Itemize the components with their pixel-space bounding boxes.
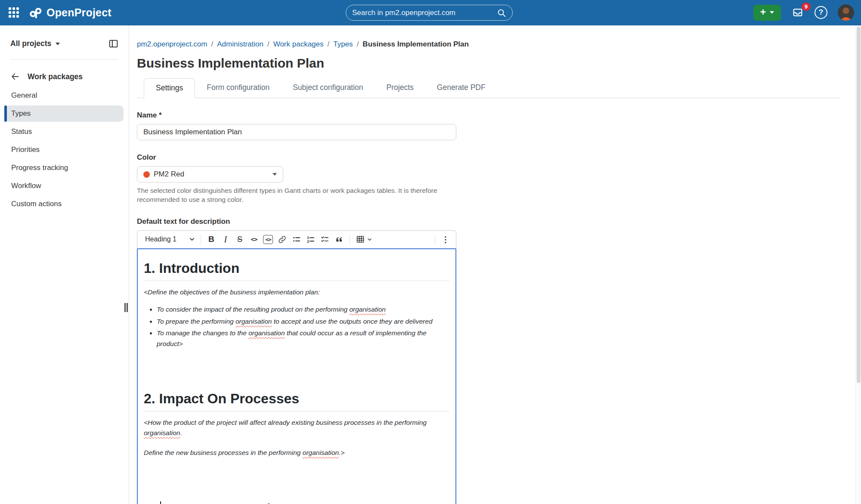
paragraph-style-value: Heading 1 — [145, 235, 177, 243]
project-scope-label: All projects — [10, 39, 51, 48]
sidebar-resize-handle[interactable] — [124, 303, 128, 312]
sidebar-item-status[interactable]: Status — [4, 124, 124, 140]
editor-bullet: To manage the changes to the organisatio… — [157, 328, 449, 349]
description-label: Default text for description — [137, 217, 861, 226]
sidebar-item-workflow[interactable]: Workflow — [4, 178, 124, 194]
editor-bullet-list: To consider the impact of the resulting … — [144, 304, 449, 349]
logo-text: OpenProject — [46, 6, 111, 19]
editor-heading-1: 1. Introduction — [144, 260, 449, 281]
editor-toolbar: Heading 1 B I S <> <> — [137, 230, 456, 248]
strikethrough-button[interactable]: S — [233, 233, 247, 246]
search-input[interactable] — [352, 9, 497, 17]
notifications-button[interactable]: 9 — [791, 6, 804, 19]
misspelled-word: organisation — [144, 429, 180, 436]
editor-content-area[interactable]: 1. Introduction <Define the objectives o… — [137, 248, 456, 504]
todo-list-icon — [321, 235, 329, 244]
tab-projects[interactable]: Projects — [375, 78, 425, 98]
tab-settings[interactable]: Settings — [144, 78, 195, 98]
sidebar-item-general[interactable]: General — [4, 87, 124, 104]
sidebar-item-progress-tracking[interactable]: Progress tracking — [4, 160, 124, 176]
breadcrumb-separator: / — [357, 40, 359, 49]
numbered-list-icon: 1 2 — [307, 235, 315, 244]
editor-heading-2: 2. Impact On Processes — [144, 391, 449, 411]
project-scope-dropdown[interactable]: All projects — [10, 39, 60, 48]
top-bar: OpenProject + 9 ? — [0, 0, 861, 25]
breadcrumb-link[interactable]: Types — [333, 40, 353, 49]
paragraph-style-select[interactable]: Heading 1 — [141, 234, 197, 245]
page-title: Business Implementation Plan — [137, 56, 861, 71]
color-select[interactable]: PM2 Red — [137, 166, 283, 182]
breadcrumb-current: Business Implementation Plan — [362, 40, 469, 49]
tab-subject-configuration[interactable]: Subject configuration — [281, 78, 375, 98]
misspelled-word: organisation — [248, 329, 285, 337]
quick-add-button[interactable]: + — [753, 5, 781, 21]
editor-heading-3: 3. Impact On People — [144, 501, 449, 504]
tab-generate-pdf[interactable]: Generate PDF — [425, 78, 497, 98]
question-mark-icon: ? — [819, 8, 823, 17]
sidebar-section-title: Work packages — [28, 72, 83, 81]
italic-button[interactable]: I — [219, 233, 232, 246]
breadcrumb: pm2.openproject.com / Administration / W… — [137, 40, 861, 49]
tab-bar: Settings Form configuration Subject conf… — [137, 78, 841, 98]
breadcrumb-link[interactable]: pm2.openproject.com — [137, 40, 207, 49]
insert-table-button[interactable] — [353, 235, 375, 244]
color-help-text: The selected color distinguishes differe… — [137, 186, 456, 204]
chevron-down-icon — [56, 43, 60, 45]
toolbar-divider — [201, 234, 201, 245]
breadcrumb-separator: / — [211, 40, 213, 49]
back-arrow-icon[interactable] — [10, 72, 20, 81]
sidebar-menu: General Types Status Priorities Progress… — [0, 87, 129, 212]
global-search — [346, 5, 513, 21]
search-icon[interactable] — [497, 8, 506, 18]
misspelled-word: organisation — [303, 449, 339, 456]
misspelled-word: organisation — [349, 306, 385, 313]
color-select-value: PM2 Red — [154, 170, 184, 179]
breadcrumb-separator: / — [267, 40, 269, 49]
tab-form-configuration[interactable]: Form configuration — [195, 78, 281, 98]
breadcrumb-link[interactable]: Administration — [217, 40, 263, 49]
sidebar-item-custom-actions[interactable]: Custom actions — [4, 196, 124, 212]
color-field-label: Color — [137, 153, 861, 162]
bulleted-list-icon — [292, 235, 301, 244]
openproject-logo-mark-icon — [28, 6, 43, 19]
bold-button[interactable]: B — [204, 233, 218, 246]
todo-list-button[interactable] — [318, 233, 332, 246]
vertical-scrollbar — [855, 25, 861, 504]
plus-icon: + — [760, 7, 766, 17]
misspelled-word: organisation — [235, 318, 272, 325]
chevron-down-icon — [189, 238, 195, 241]
name-field-label: Name * — [137, 111, 861, 120]
quote-icon — [335, 235, 343, 244]
help-button[interactable]: ? — [815, 6, 827, 19]
sidebar-item-types[interactable]: Types — [4, 105, 124, 122]
sidebar: All projects Work packages General Types — [0, 25, 129, 504]
openproject-logo[interactable]: OpenProject — [28, 6, 111, 19]
user-avatar[interactable] — [838, 4, 854, 21]
link-icon — [278, 235, 286, 244]
breadcrumb-separator: / — [328, 40, 330, 49]
inline-code-button[interactable]: <> — [247, 233, 261, 246]
svg-text:2: 2 — [307, 239, 309, 244]
editor-bullet: To prepare the performing organisation t… — [157, 316, 449, 327]
editor-paragraph: <Define the objectives of the business i… — [144, 287, 449, 297]
text-cursor — [160, 501, 161, 504]
notification-count-badge: 9 — [802, 3, 811, 11]
editor-paragraph: <How the product of the project will aff… — [144, 417, 449, 438]
chevron-down-icon — [770, 11, 774, 14]
name-field[interactable] — [137, 124, 456, 140]
bulleted-list-button[interactable] — [290, 233, 304, 246]
block-quote-button[interactable] — [332, 233, 346, 246]
scrollbar-thumb[interactable] — [857, 27, 861, 383]
main-content: pm2.openproject.com / Administration / W… — [129, 25, 861, 504]
toolbar-divider — [435, 234, 435, 245]
collapse-sidebar-button[interactable] — [108, 38, 119, 49]
numbered-list-button[interactable]: 1 2 — [304, 233, 318, 246]
sidebar-item-priorities[interactable]: Priorities — [4, 142, 124, 158]
toolbar-overflow-button[interactable]: ⋮ — [439, 233, 452, 246]
code-block-button[interactable]: <> — [261, 233, 275, 246]
link-button[interactable] — [276, 233, 289, 246]
apps-grid-icon[interactable] — [9, 7, 19, 18]
editor-paragraph: Define the new business processes in the… — [144, 448, 449, 458]
color-swatch-dot — [143, 171, 150, 178]
breadcrumb-link[interactable]: Work packages — [273, 40, 324, 49]
